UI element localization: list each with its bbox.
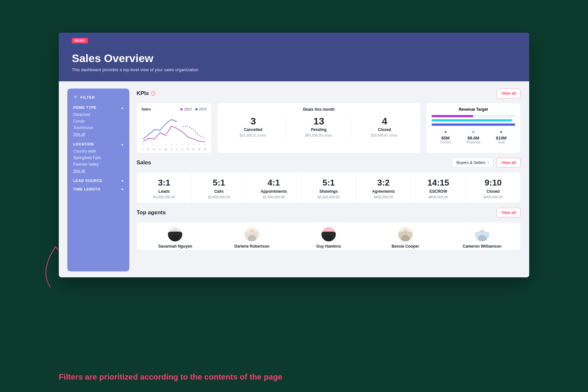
- filter-group: TIME LENGTH▾: [73, 187, 123, 191]
- agents-view-all-button[interactable]: View all: [497, 208, 521, 218]
- agent-card[interactable]: Cameron Williamson: [444, 222, 520, 250]
- sales-dropdown-label: Buyers & Sellers: [456, 160, 485, 165]
- avatar: [398, 227, 413, 241]
- chevron-down-icon: ▾: [122, 188, 123, 191]
- agent-card[interactable]: Guy Hawkins: [290, 222, 367, 250]
- filter-option[interactable]: Townhouse: [73, 124, 123, 131]
- sales-stage: 4:1Appointments$2,800,000.00: [246, 172, 301, 203]
- filter-option[interactable]: Pawnee Valley: [73, 161, 123, 168]
- agent-card[interactable]: Savannah Nguyen: [137, 222, 214, 250]
- avatar: [475, 227, 489, 241]
- svg-point-4: [148, 144, 150, 145]
- progress-bar: [432, 123, 515, 126]
- progress-bar: [432, 115, 515, 117]
- page-subtitle: This dashboard provides a top-level view…: [72, 67, 523, 72]
- svg-point-3: [143, 144, 144, 145]
- svg-point-9: [176, 144, 178, 145]
- sales-filter-dropdown[interactable]: Buyers & Sellers ▾: [452, 158, 493, 168]
- filter-group: LEAD SOURCE▾: [73, 179, 123, 183]
- avatar: [245, 227, 259, 241]
- kpi-view-all-button[interactable]: View all: [497, 89, 521, 98]
- filter-group-toggle[interactable]: HOME TYPE▴: [73, 106, 123, 109]
- avatar: [168, 227, 182, 241]
- agents-heading: Top agents: [137, 209, 166, 216]
- filter-group: HOME TYPE▴DetachedCondoTownhouseSee all: [73, 106, 123, 138]
- filter-heading: FILTER: [73, 95, 123, 100]
- page-title: Sales Overview: [72, 52, 523, 65]
- avatar: [321, 227, 336, 241]
- svg-point-8: [171, 144, 172, 145]
- revenue-legend-item: $9.6MProjected: [459, 130, 487, 144]
- filter-option[interactable]: Detached: [73, 111, 123, 118]
- chevron-up-icon: ▴: [122, 106, 123, 109]
- deal-stat: 13Pending$65,289.30 cmsn.: [286, 114, 351, 139]
- sales-stage: 3:2Agreements$800,000.00: [356, 172, 411, 203]
- svg-point-10: [182, 144, 183, 145]
- agent-card[interactable]: Darlene Robertson: [214, 222, 290, 250]
- deal-stat: 4Closed$18,048.97 cmsn.: [351, 114, 417, 139]
- filter-option[interactable]: Condo: [73, 118, 123, 124]
- sales-chart-title: Sales: [141, 107, 151, 111]
- x-axis-tick: S: [187, 148, 188, 151]
- filter-see-all-link[interactable]: See all: [73, 168, 123, 174]
- x-axis-tick: N: [198, 148, 201, 151]
- x-axis-tick: J: [176, 148, 177, 151]
- page-header: MENU Sales Overview This dashboard provi…: [59, 33, 529, 81]
- legend-item: 2022: [180, 107, 192, 111]
- sales-stage: 5:1Calls$3,800,000.00: [191, 172, 246, 203]
- kpi-heading-text: KPIs: [137, 90, 149, 97]
- filter-group: LOCATION▴Country wideSpringfield FallsPa…: [73, 142, 123, 174]
- chevron-down-icon: ▾: [487, 161, 489, 165]
- page-body: FILTER HOME TYPE▴DetachedCondoTownhouseS…: [59, 81, 529, 277]
- app-window: MENU Sales Overview This dashboard provi…: [59, 33, 529, 277]
- filter-group-toggle[interactable]: LOCATION▴: [73, 142, 123, 146]
- svg-point-11: [188, 144, 189, 145]
- chevron-up-icon: ▴: [122, 142, 123, 146]
- sales-line-chart: [141, 112, 207, 148]
- x-axis-tick: J: [171, 148, 172, 151]
- agent-card[interactable]: Bessie Cooper: [367, 222, 444, 250]
- x-axis-tick: M: [165, 148, 167, 151]
- filter-icon: [73, 95, 78, 100]
- x-axis-tick: A: [159, 148, 161, 151]
- x-axis-tick: A: [181, 148, 183, 151]
- svg-point-14: [204, 144, 206, 145]
- svg-point-13: [199, 144, 200, 145]
- svg-point-5: [154, 144, 155, 145]
- revenue-legend-item: $10MGoal: [487, 130, 515, 144]
- x-axis-tick: J: [142, 148, 144, 151]
- legend-item: 2023: [195, 107, 207, 111]
- sales-heading: Sales: [137, 159, 151, 166]
- info-icon[interactable]: i: [151, 91, 155, 96]
- filter-option[interactable]: Springfield Falls: [73, 155, 123, 161]
- deals-card: Deals this month 3Cancelled$15,200.21 cm…: [217, 103, 421, 153]
- filter-group-toggle[interactable]: TIME LENGTH▾: [73, 187, 123, 191]
- sales-stage: 9:10Closed$400,000.00: [466, 172, 520, 203]
- filter-group-toggle[interactable]: LEAD SOURCE▾: [73, 179, 123, 183]
- main-content: KPIs i View all Sales 20222023 JFMAM: [137, 89, 521, 271]
- filter-label: FILTER: [80, 95, 95, 99]
- sales-stage: 5:1Showings$2,600,000.00: [301, 172, 356, 203]
- svg-point-6: [159, 144, 161, 145]
- deal-stat: 3Cancelled$15,200.21 cmsn.: [220, 114, 286, 139]
- filter-option[interactable]: Country wide: [73, 148, 123, 155]
- filter-sidebar: FILTER HOME TYPE▴DetachedCondoTownhouseS…: [67, 89, 129, 271]
- svg-point-7: [165, 144, 166, 145]
- deals-title: Deals this month: [220, 107, 417, 112]
- sales-funnel-card: 3:1Leads$4,000,000.005:1Calls$3,800,000.…: [137, 172, 521, 203]
- annotation-text: Filters are prioritized according to the…: [59, 372, 282, 382]
- kpi-row: Sales 20222023 JFMAMJJASOND Deals this m…: [137, 103, 521, 153]
- svg-point-12: [193, 144, 194, 145]
- revenue-target-card: Revenue Target $5MCurrent$9.6MProjected$…: [426, 103, 521, 153]
- x-axis-tick: M: [153, 148, 155, 151]
- kpi-heading: KPIs i: [137, 90, 155, 97]
- progress-bar: [432, 119, 515, 122]
- sales-view-all-button[interactable]: View all: [497, 158, 521, 168]
- agents-section-header: Top agents View all: [137, 208, 521, 218]
- x-axis-tick: O: [192, 148, 194, 151]
- kpi-section-header: KPIs i View all: [137, 89, 521, 98]
- menu-button[interactable]: MENU: [72, 38, 88, 43]
- x-axis-tick: D: [204, 148, 206, 151]
- x-axis-tick: F: [147, 148, 149, 151]
- filter-see-all-link[interactable]: See all: [73, 131, 123, 138]
